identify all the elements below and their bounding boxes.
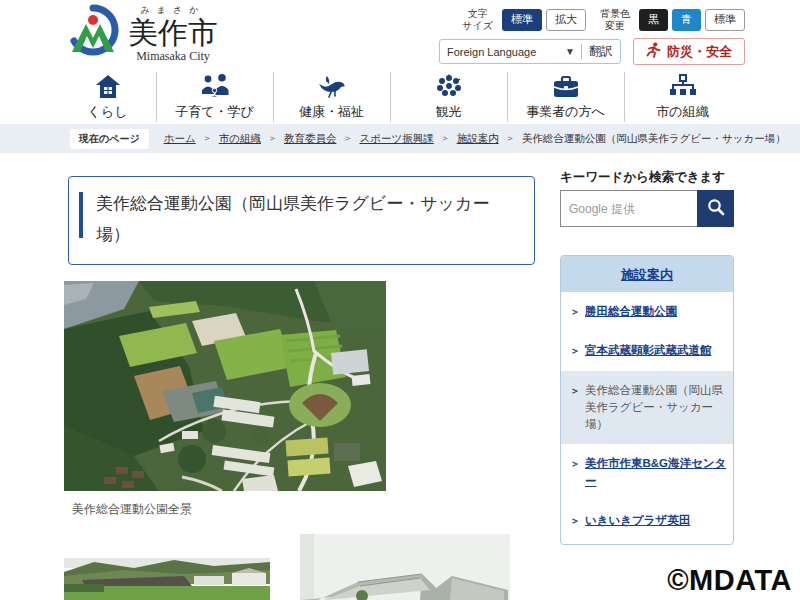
- search-icon: [707, 198, 725, 219]
- font-size-label: 文字 サイズ: [462, 8, 493, 32]
- language-select[interactable]: Foreign Language ▼ 翻訳: [439, 39, 621, 64]
- facility-link-ikiiki-plaza[interactable]: ＞ いきいきプラザ英田: [561, 501, 733, 540]
- facility-link-mimasaka-sogo-current[interactable]: ＞ 美作総合運動公園（岡山県美作ラグビー・サッカー場）: [561, 371, 733, 445]
- breadcrumb-current: 美作総合運動公園（岡山県美作ラグビー・サッカー場）: [522, 132, 786, 146]
- breadcrumb-link-home[interactable]: ホーム: [164, 132, 196, 146]
- translate-label[interactable]: 翻訳: [589, 43, 613, 60]
- house-icon: [95, 72, 121, 99]
- font-size-standard-button[interactable]: 標準: [502, 9, 542, 30]
- breadcrumb-separator: ＞: [343, 132, 352, 145]
- chevron-down-icon: ▼: [565, 46, 575, 57]
- search-button[interactable]: [697, 190, 734, 227]
- briefcase-icon: [552, 72, 580, 99]
- facility-link-musashi-budokan[interactable]: ＞ 宮本武蔵顕彰武蔵武道館: [561, 331, 733, 370]
- current-page-badge: 現在のページ: [70, 129, 149, 149]
- breadcrumb-link-sports[interactable]: スポーツ振興課: [359, 132, 433, 146]
- breadcrumb-link-kyoiku[interactable]: 教育委員会: [284, 132, 337, 146]
- site-logo[interactable]: みまさか 美作市 Mimasaka City: [66, 4, 218, 64]
- city-name-en: Mimasaka City: [136, 49, 210, 64]
- breadcrumb-separator: ＞: [268, 132, 277, 145]
- photo-caption: 美作総合運動公園全景: [72, 501, 192, 518]
- city-name: 美作市: [128, 17, 218, 49]
- runner-icon: [646, 42, 661, 61]
- org-chart-icon: [669, 72, 697, 99]
- family-icon: [200, 72, 230, 99]
- breadcrumb-link-soshiki[interactable]: 市の組織: [219, 132, 261, 146]
- language-select-value: Foreign Language: [447, 46, 565, 58]
- nav-item-kenko[interactable]: 健康・福祉: [273, 72, 390, 122]
- nav-item-kurashi[interactable]: くらし: [60, 72, 156, 122]
- chevron-right-icon: ＞: [570, 305, 580, 319]
- page-title-box: 美作総合運動公園（岡山県美作ラグビー・サッカー場）: [68, 176, 535, 265]
- facility-nav-title[interactable]: 施設案内: [561, 256, 733, 292]
- aerial-photo: [64, 281, 386, 491]
- building-photo: [300, 534, 510, 600]
- search-bar: [560, 190, 734, 227]
- bg-color-black-button[interactable]: 黒: [639, 9, 668, 30]
- nav-item-kosodate[interactable]: 子育て・学び: [156, 72, 273, 122]
- bg-color-label: 背景色 変更: [600, 8, 630, 32]
- chevron-right-icon: ＞: [570, 384, 580, 398]
- facility-link-katsuta[interactable]: ＞ 勝田総合運動公園: [561, 292, 733, 331]
- breadcrumb-separator: ＞: [441, 132, 450, 145]
- breadcrumb-link-shisetsu[interactable]: 施設案内: [457, 132, 499, 146]
- breadcrumb: 現在のページ ホーム ＞ 市の組織 ＞ 教育委員会 ＞ スポーツ振興課 ＞ 施設…: [0, 124, 800, 153]
- facility-link-training-center[interactable]: ＞ 美作市農業者トレーニングセンター: [561, 540, 733, 545]
- breadcrumb-separator: ＞: [203, 132, 212, 145]
- divider: [581, 44, 582, 59]
- search-input[interactable]: [560, 190, 697, 227]
- stadium-photo: [64, 558, 270, 600]
- bg-color-standard-button[interactable]: 標準: [705, 9, 745, 30]
- chevron-right-icon: ＞: [570, 344, 580, 358]
- header-controls: 文字 サイズ 標準 拡大 背景色 変更 黒 青 標準 Foreign Langu…: [439, 8, 745, 65]
- facility-link-bg-kaiyo-center[interactable]: ＞ 美作市作東B&G海洋センター: [561, 444, 733, 501]
- disaster-safety-button[interactable]: 防災・安全: [633, 38, 745, 65]
- city-logo-icon: [66, 4, 120, 64]
- title-accent-bar: [79, 192, 83, 238]
- nav-item-soshiki[interactable]: 市の組織: [624, 72, 741, 122]
- search-heading: キーワードから検索できます: [560, 169, 725, 186]
- dove-icon: [317, 72, 347, 99]
- chevron-right-icon: ＞: [570, 514, 580, 528]
- main-nav: くらし 子育て・学び 健康・福祉 観光 事業者の方へ 市の組織: [0, 72, 800, 122]
- facility-nav-box: 施設案内 ＞ 勝田総合運動公園 ＞ 宮本武蔵顕彰武蔵武道館 ＞ 美作総合運動公園…: [560, 255, 734, 545]
- nav-item-kanko[interactable]: 観光: [390, 72, 507, 122]
- page-title: 美作総合運動公園（岡山県美作ラグビー・サッカー場）: [96, 189, 522, 250]
- bg-color-blue-button[interactable]: 青: [672, 9, 701, 30]
- breadcrumb-separator: ＞: [506, 132, 515, 145]
- flower-icon: [436, 72, 462, 99]
- font-size-enlarge-button[interactable]: 拡大: [546, 9, 586, 30]
- watermark: ©MDATA: [667, 564, 792, 597]
- nav-item-jigyosha[interactable]: 事業者の方へ: [507, 72, 624, 122]
- chevron-right-icon: ＞: [570, 457, 580, 471]
